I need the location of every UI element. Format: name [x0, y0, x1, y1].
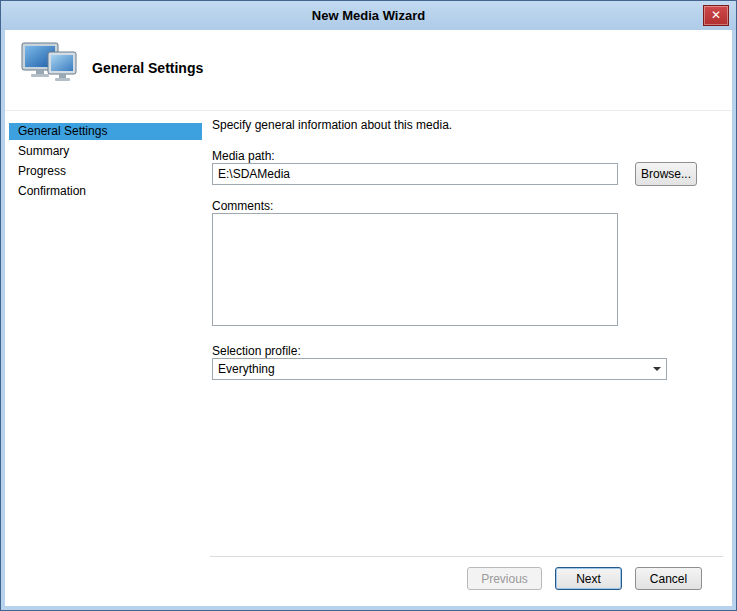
- footer-buttons: Previous Next Cancel: [467, 567, 702, 590]
- media-path-label: Media path:: [212, 149, 275, 163]
- header-divider: [5, 110, 732, 111]
- description-text: Specify general information about this m…: [212, 118, 452, 132]
- sidebar-item-confirmation[interactable]: Confirmation: [9, 183, 202, 200]
- new-media-wizard-window: New Media Wizard ✕: [0, 0, 737, 611]
- sidebar-item-summary[interactable]: Summary: [9, 143, 202, 160]
- sidebar-item-progress[interactable]: Progress: [9, 163, 202, 180]
- wizard-steps: General Settings Summary Progress Confir…: [5, 123, 206, 606]
- header: General Settings: [5, 30, 732, 110]
- chevron-down-icon: [648, 359, 666, 379]
- sidebar-item-general-settings[interactable]: General Settings: [9, 123, 202, 140]
- cancel-button[interactable]: Cancel: [635, 567, 702, 590]
- browse-button[interactable]: Browse...: [635, 162, 697, 186]
- close-button[interactable]: ✕: [703, 5, 729, 26]
- close-icon: ✕: [711, 8, 721, 22]
- next-button[interactable]: Next: [555, 567, 622, 590]
- comments-textarea[interactable]: [212, 213, 618, 326]
- media-path-input[interactable]: [212, 163, 618, 185]
- selection-profile-label: Selection profile:: [212, 344, 301, 358]
- footer-divider: [210, 556, 723, 557]
- previous-button[interactable]: Previous: [467, 567, 542, 590]
- page-title: General Settings: [92, 60, 203, 76]
- selection-profile-dropdown[interactable]: Everything: [212, 358, 667, 380]
- selection-profile-value: Everything: [218, 362, 648, 376]
- dialog-body: General Settings General Settings Summar…: [5, 30, 732, 606]
- window-title: New Media Wizard: [312, 8, 425, 23]
- titlebar[interactable]: New Media Wizard ✕: [1, 1, 736, 30]
- comments-label: Comments:: [212, 199, 273, 213]
- computer-monitors-icon: [21, 42, 79, 88]
